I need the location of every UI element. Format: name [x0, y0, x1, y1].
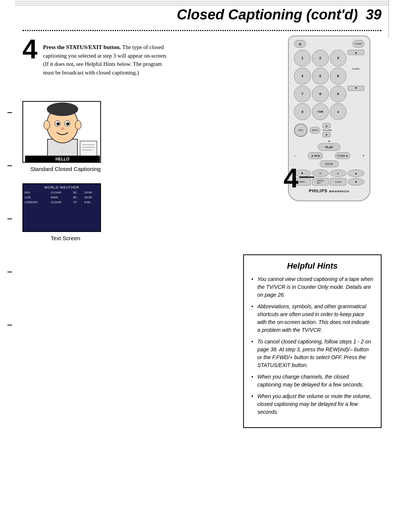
page-title-area: Closed Captioning (cont'd) 39: [177, 7, 382, 23]
temp2-3: 4:00: [83, 200, 100, 205]
btn-2[interactable]: 2: [312, 50, 329, 67]
list-item: To cancel closed captioning, follow step…: [251, 338, 373, 369]
magnavox-brand: MAGNAVOX: [329, 190, 350, 193]
svg-point-9: [61, 127, 64, 130]
text-screen-box: WORLD WEATHER NYL CLOUD 5C 23:00 LOS RAI…: [22, 183, 101, 232]
num-grid: 1 2 3 ▲ 4 5 6 CHNNL 7 8 9 ▼: [294, 50, 364, 122]
cond-3: CLOUD: [49, 200, 72, 205]
margin-mark-1: [7, 112, 12, 113]
list-item: You cannot view closed captioning of a t…: [251, 275, 373, 299]
dotted-separator: [22, 30, 382, 31]
text-screen-table: NYL CLOUD 5C 23:00 LOS RAIN 8C 20:00 LON…: [23, 190, 100, 205]
btn-7[interactable]: 7: [294, 86, 311, 103]
remote-sleep-button[interactable]: SLEEP: [352, 40, 364, 48]
margin-mark-5: [7, 325, 12, 325]
rew-button[interactable]: ◄ REW: [308, 152, 323, 159]
vol-down-btn[interactable]: ▼: [322, 132, 331, 137]
favorite-button[interactable]: ★: [330, 169, 347, 177]
right-border: [388, 0, 389, 37]
top-decorative-lines: [0, 0, 404, 7]
city-2: LOS: [23, 195, 49, 200]
page-title-text: Closed Captioning (cont'd): [177, 7, 358, 22]
helpful-hints-title: Helpful Hints: [251, 261, 373, 271]
btn-1[interactable]: 1: [294, 50, 311, 67]
list-item: When you change channels, the closed cap…: [251, 373, 373, 389]
text-screen-area: WORLD WEATHER NYL CLOUD 5C 23:00 LOS RAI…: [22, 183, 108, 241]
remote-top-row: ⏻ SLEEP: [294, 40, 364, 48]
mute-button[interactable]: MUTE: [310, 127, 320, 134]
philips-brand: PHILIPS: [309, 189, 328, 193]
channel-up-area: ▲: [348, 50, 364, 67]
ffwd-button[interactable]: F.FWD ►: [335, 152, 350, 159]
btn-3[interactable]: 3: [330, 50, 347, 67]
stop-button[interactable]: STOP: [320, 160, 339, 167]
epg-button[interactable]: EPG: [294, 123, 307, 137]
btn-9[interactable]: 9: [330, 86, 347, 103]
btn-8[interactable]: 8: [312, 86, 329, 103]
ch-nav-up-btn[interactable]: ▲: [348, 169, 364, 177]
transport-dot: ▲: [294, 140, 364, 142]
page-number: 39: [366, 7, 382, 22]
svg-text:HELLO: HELLO: [55, 157, 70, 161]
cc-image-area: HELLO Standard Closed Captioning: [22, 101, 108, 172]
text-screen-label: Text Screen: [22, 235, 108, 241]
channel-down-area: ▼: [348, 86, 364, 103]
spacer: [348, 103, 364, 120]
memory-button[interactable]: M: [312, 169, 329, 177]
bottom-row-2: MENU STATUSEXIT CLEAR ▼: [294, 178, 364, 186]
play-button[interactable]: PLAY: [318, 143, 340, 151]
table-row: NYL CLOUD 5C 23:00: [23, 190, 100, 195]
btn-plus100[interactable]: +100: [312, 103, 329, 120]
svg-point-11: [75, 120, 81, 129]
btn-arrow-up[interactable]: ▲: [330, 103, 347, 120]
btn-6[interactable]: 6: [330, 68, 347, 85]
step4-arrow-line: [299, 177, 314, 178]
cc-label: Standard Closed Captioning: [22, 166, 108, 172]
margin-mark-2: [7, 165, 12, 166]
channel-down-btn[interactable]: ▼: [348, 86, 364, 91]
clear-button[interactable]: CLEAR: [330, 178, 347, 186]
mute-area: MUTE: [310, 127, 320, 134]
channel-up-btn[interactable]: ▲: [348, 50, 364, 55]
btn-5[interactable]: 5: [312, 68, 329, 85]
status-exit-button[interactable]: STATUSEXIT: [312, 178, 329, 186]
remote-power-button[interactable]: ⏻: [294, 40, 306, 48]
cond-1: CLOUD: [49, 190, 72, 195]
temp1-1: 5C: [71, 190, 83, 195]
svg-point-6: [56, 122, 59, 125]
volume-label: VOLUME: [322, 129, 332, 131]
temp2-1: 23:00: [83, 190, 100, 195]
channel-label-area: CHNNL: [348, 68, 364, 85]
list-item: Abbreviations, symbols, and other gramma…: [251, 303, 373, 334]
bottom-row-1: ⏺ M ★ ▲: [294, 169, 364, 177]
vol-up-btn[interactable]: ▲: [322, 123, 331, 128]
channel-label: CHNNL: [348, 68, 364, 70]
step-number-left: 4: [22, 36, 37, 62]
list-item: When you adjust the volume or mute the v…: [251, 392, 373, 416]
table-row: LONDON CLOUD 7C 4:00: [23, 200, 100, 205]
svg-point-10: [44, 120, 50, 129]
num-channel-row: 1 2 3 ▲ 4 5 6 CHNNL 7 8 9 ▼: [294, 50, 364, 122]
city-1: NYL: [23, 190, 49, 195]
text-screen-header: WORLD WEATHER: [23, 184, 100, 190]
ch-nav-down-btn[interactable]: ▼: [348, 178, 364, 186]
cartoon-illustration: HELLO: [23, 102, 101, 163]
btn-4[interactable]: 4: [294, 68, 311, 85]
instruction-text: Press the STATUS/EXIT button. The type o…: [43, 43, 170, 77]
temp1-3: 7C: [71, 200, 83, 205]
page-title: Closed Captioning (cont'd) 39: [177, 7, 382, 22]
step4-right-label: 4: [284, 165, 299, 192]
minus-btn[interactable]: –: [294, 154, 296, 158]
cc-screen: HELLO: [22, 101, 101, 163]
remote-brand: PHILIPS MAGNAVOX: [294, 189, 364, 193]
epg-vol-row: EPG MUTE ▲ VOLUME ▼: [294, 123, 364, 137]
left-margin-marks: [7, 112, 12, 325]
svg-point-8: [66, 122, 69, 125]
btn-0[interactable]: 0: [294, 103, 311, 120]
rew-ffwd-row: – ◄ REW F.FWD ► +: [294, 152, 364, 159]
instruction-bold: Press the STATUS/EXIT button.: [43, 44, 121, 50]
helpful-hints-box: Helpful Hints You cannot view closed cap…: [243, 254, 382, 428]
table-row: LOS RAIN 8C 20:00: [23, 195, 100, 200]
plus-btn[interactable]: +: [362, 154, 364, 158]
city-3: LONDON: [23, 200, 49, 205]
